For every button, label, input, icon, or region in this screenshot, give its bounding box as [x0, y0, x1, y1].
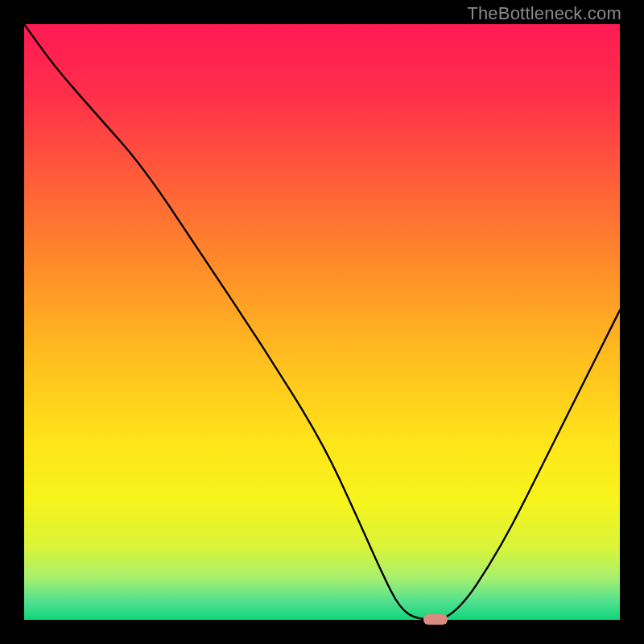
plot-area: [24, 24, 620, 620]
watermark-text: TheBottleneck.com: [467, 3, 621, 24]
bottleneck-curve: [24, 24, 620, 620]
optimal-marker: [423, 614, 448, 625]
chart-frame: TheBottleneck.com: [0, 0, 644, 644]
